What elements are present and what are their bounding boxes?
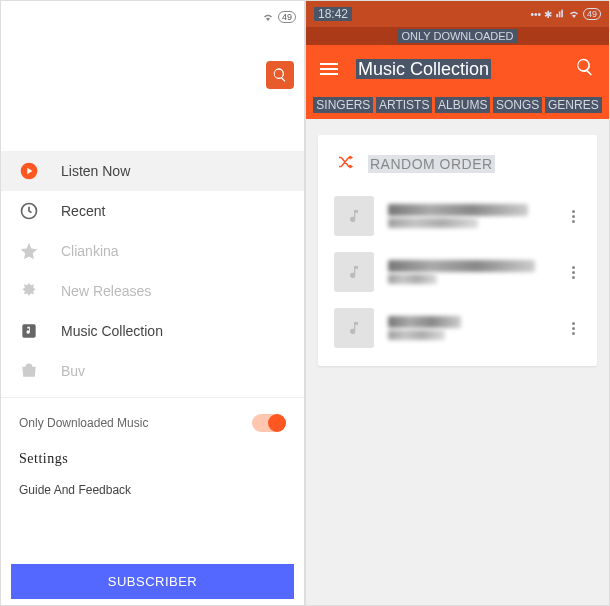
new-releases-icon [19, 281, 39, 301]
right-statusbar: 18:42 ••• ✱ 49 [306, 1, 609, 27]
status-time: 18:42 [314, 7, 352, 21]
recent-icon [19, 201, 39, 221]
track-row[interactable] [330, 188, 585, 244]
feedback-label: Guide And Feedback [19, 483, 131, 497]
note-icon [346, 208, 362, 224]
search-button-collapsed[interactable] [266, 61, 294, 89]
track-subtitle [388, 330, 445, 340]
left-screenshot: 49 Listen Now Recent Cliankina [0, 0, 305, 606]
battery-badge: 49 [583, 8, 601, 20]
star-icon [19, 241, 39, 261]
content-area: RANDOM ORDER [306, 119, 609, 605]
settings-label: Settings [19, 451, 68, 466]
feedback-item[interactable]: Guide And Feedback [1, 475, 304, 505]
nav-label: Recent [61, 203, 105, 219]
track-info [388, 258, 551, 286]
track-menu-button[interactable] [565, 266, 581, 279]
track-row[interactable] [330, 300, 585, 356]
nav-recent[interactable]: Recent [1, 191, 304, 231]
wifi-icon [262, 11, 274, 23]
nav-rankings[interactable]: Cliankina [1, 231, 304, 271]
nav-label: Cliankina [61, 243, 119, 259]
nav-listen-now[interactable]: Listen Now [1, 151, 304, 191]
tab-albums[interactable]: ALBUMS [435, 97, 490, 113]
divider [1, 397, 304, 398]
shop-icon [19, 361, 39, 381]
track-title [388, 260, 535, 272]
track-info [388, 314, 551, 342]
signal-icon [555, 9, 565, 19]
note-icon [346, 320, 362, 336]
left-header-area: 49 [1, 1, 304, 151]
nav-label: Listen Now [61, 163, 130, 179]
nav-new-releases[interactable]: New Releases [1, 271, 304, 311]
search-button[interactable] [575, 57, 595, 81]
bluetooth-icon: ✱ [544, 9, 552, 20]
random-order-label: RANDOM ORDER [368, 155, 495, 173]
track-menu-button[interactable] [565, 210, 581, 223]
track-row[interactable] [330, 244, 585, 300]
track-title [388, 316, 461, 328]
tab-songs[interactable]: SONGS [493, 97, 542, 113]
track-thumbnail [334, 196, 374, 236]
library-icon [19, 321, 39, 341]
nav-buy[interactable]: Buv [1, 351, 304, 391]
track-subtitle [388, 218, 478, 228]
right-screenshot: 18:42 ••• ✱ 49 ONLY DOWNLOADED Music Col… [305, 0, 610, 606]
search-icon [575, 57, 595, 77]
nav-label: Buv [61, 363, 85, 379]
track-title [388, 204, 528, 216]
settings-item[interactable]: Settings [1, 442, 304, 475]
random-order-button[interactable]: RANDOM ORDER [330, 149, 585, 188]
listen-now-icon [19, 161, 39, 181]
tab-artists[interactable]: ARTISTS [376, 97, 432, 113]
only-downloaded-banner: ONLY DOWNLOADED [306, 27, 609, 45]
subscriber-button[interactable]: SUBSCRIBER [11, 564, 294, 599]
tab-singers[interactable]: SINGERS [313, 97, 373, 113]
track-thumbnail [334, 308, 374, 348]
search-icon [272, 67, 288, 83]
note-icon [346, 264, 362, 280]
track-thumbnail [334, 252, 374, 292]
shuffle-icon [336, 153, 354, 174]
battery-badge: 49 [278, 11, 296, 23]
tab-genres[interactable]: GENRES [545, 97, 602, 113]
nav-music-collection[interactable]: Music Collection [1, 311, 304, 351]
track-subtitle [388, 274, 437, 284]
nav-label: New Releases [61, 283, 151, 299]
status-icons: ••• ✱ 49 [530, 8, 601, 20]
app-toolbar: Music Collection [306, 45, 609, 93]
page-title: Music Collection [356, 59, 557, 80]
nav-drawer: Listen Now Recent Cliankina New Releases… [1, 151, 304, 391]
wifi-icon [568, 8, 580, 20]
hamburger-menu-icon[interactable] [320, 63, 338, 75]
nav-label: Music Collection [61, 323, 163, 339]
track-info [388, 202, 551, 230]
category-tabs: SINGERS ARTISTS ALBUMS SONGS GENRES [306, 93, 609, 119]
left-statusbar: 49 [262, 11, 296, 23]
only-downloaded-row: Only Downloaded Music [1, 404, 304, 442]
track-card: RANDOM ORDER [318, 135, 597, 366]
track-menu-button[interactable] [565, 322, 581, 335]
only-downloaded-toggle[interactable] [252, 414, 286, 432]
subscriber-label: SUBSCRIBER [108, 574, 198, 589]
only-downloaded-label: Only Downloaded Music [19, 416, 148, 430]
